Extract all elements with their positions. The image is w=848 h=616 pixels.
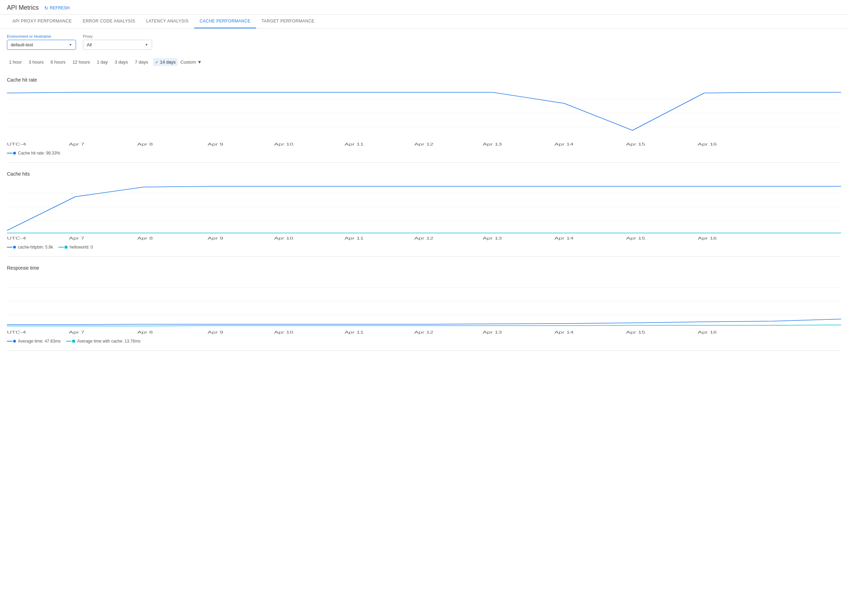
response-time-xaxis: UTC-4 Apr 7 Apr 8 Apr 9 Apr 10 Apr 11 Ap… xyxy=(7,329,841,335)
svg-text:Apr 11: Apr 11 xyxy=(344,236,364,240)
svg-text:Apr 11: Apr 11 xyxy=(344,331,364,334)
svg-text:Apr 13: Apr 13 xyxy=(483,236,502,240)
svg-text:Apr 14: Apr 14 xyxy=(554,331,574,334)
legend-dot-icon xyxy=(13,152,16,154)
tab-latency[interactable]: LATENCY ANALYSIS xyxy=(141,15,194,28)
proxy-select[interactable]: All ▼ xyxy=(83,40,152,50)
time-1day[interactable]: 1 day xyxy=(95,58,110,66)
tab-target[interactable]: TARGET PERFORMANCE xyxy=(256,15,320,28)
time-range-bar: 1 hour 3 hours 6 hours 12 hours 1 day 3 … xyxy=(0,55,848,71)
legend-cache-httpbin: cache-httpbin: 5.8k xyxy=(7,245,53,249)
environment-value: default-test xyxy=(11,42,33,47)
legend-avg-dot-icon xyxy=(13,340,16,343)
legend-avg-time: Average time: 47.83ms xyxy=(7,339,61,344)
environment-label: Environment or Hostname xyxy=(7,34,76,39)
proxy-filter: Proxy All ▼ xyxy=(83,34,152,50)
svg-text:Apr 12: Apr 12 xyxy=(414,331,434,334)
cache-httpbin-label: cache-httpbin: 5.8k xyxy=(18,245,53,249)
legend-avg-line-icon xyxy=(7,341,12,341)
legend-cache-line-icon xyxy=(66,341,71,341)
proxy-value: All xyxy=(87,42,92,47)
time-14days[interactable]: ✓ 14 days xyxy=(153,58,178,66)
legend-cache-square-icon xyxy=(72,340,75,343)
environment-select[interactable]: default-test ▼ xyxy=(7,40,76,50)
tab-cache-performance[interactable]: CACHE PERFORMANCE xyxy=(194,15,256,28)
response-time-section: Response time UTC-4 Apr 7 Apr 8 Apr 9 Ap… xyxy=(7,260,841,351)
tabs-bar: API PROXY PERFORMANCE ERROR CODE ANALYSI… xyxy=(0,15,848,29)
svg-text:Apr 13: Apr 13 xyxy=(483,331,502,334)
environment-filter: Environment or Hostname default-test ▼ xyxy=(7,34,76,50)
svg-text:Apr 9: Apr 9 xyxy=(208,331,223,334)
avg-time-label: Average time: 47.83ms xyxy=(18,339,61,344)
svg-text:Apr 12: Apr 12 xyxy=(414,236,434,240)
svg-text:Apr 9: Apr 9 xyxy=(208,236,223,240)
legend-teal-line-icon xyxy=(58,247,64,248)
custom-time-button[interactable]: Custom ▼ xyxy=(180,59,202,65)
svg-text:UTC-4: UTC-4 xyxy=(7,236,26,240)
svg-text:Apr 15: Apr 15 xyxy=(626,236,645,240)
svg-text:Apr 7: Apr 7 xyxy=(69,331,85,334)
avg-time-cache-label: Average time with cache: 13.76ms xyxy=(77,339,140,344)
svg-text:Apr 16: Apr 16 xyxy=(698,236,717,240)
svg-text:Apr 8: Apr 8 xyxy=(137,142,153,146)
legend-blue-line-icon xyxy=(7,247,12,248)
svg-text:Apr 15: Apr 15 xyxy=(626,331,645,334)
svg-text:UTC-4: UTC-4 xyxy=(7,142,26,146)
refresh-label: REFRESH xyxy=(50,6,70,10)
svg-text:Apr 7: Apr 7 xyxy=(69,142,85,146)
svg-text:Apr 12: Apr 12 xyxy=(414,142,434,146)
svg-text:Apr 10: Apr 10 xyxy=(274,142,294,146)
custom-chevron-icon: ▼ xyxy=(197,59,202,65)
helloworld-label: helloworld: 0 xyxy=(70,245,93,249)
legend-avg-time-cache: Average time with cache: 13.76ms xyxy=(66,339,140,344)
cache-hits-section: Cache hits UTC-4 Apr 7 Apr 8 Apr 9 Apr 1… xyxy=(7,166,841,257)
legend-helloworld: helloworld: 0 xyxy=(58,245,93,249)
legend-cache-hit-rate: Cache hit rate: 99.33% xyxy=(7,151,60,156)
time-14days-label: 14 days xyxy=(160,59,176,65)
tab-error-code[interactable]: ERROR CODE ANALYSIS xyxy=(77,15,141,28)
svg-text:Apr 8: Apr 8 xyxy=(137,331,153,334)
filters-bar: Environment or Hostname default-test ▼ P… xyxy=(0,29,848,55)
cache-hits-chart xyxy=(7,180,841,235)
svg-text:Apr 7: Apr 7 xyxy=(69,236,85,240)
proxy-label: Proxy xyxy=(83,34,152,39)
check-icon: ✓ xyxy=(155,60,159,65)
time-3days[interactable]: 3 days xyxy=(113,58,130,66)
cache-hit-rate-xaxis: UTC-4 Apr 7 Apr 8 Apr 9 Apr 10 Apr 11 Ap… xyxy=(7,141,841,148)
svg-text:Apr 10: Apr 10 xyxy=(274,331,294,334)
svg-text:Apr 16: Apr 16 xyxy=(698,331,717,334)
tab-api-proxy[interactable]: API PROXY PERFORMANCE xyxy=(7,15,77,28)
cache-hit-rate-chart xyxy=(7,85,841,141)
response-time-chart xyxy=(7,273,841,329)
time-3hours[interactable]: 3 hours xyxy=(27,58,46,66)
custom-label: Custom xyxy=(180,59,196,65)
svg-text:Apr 16: Apr 16 xyxy=(698,142,717,146)
svg-text:Apr 14: Apr 14 xyxy=(554,142,574,146)
svg-text:Apr 11: Apr 11 xyxy=(344,142,364,146)
time-6hours[interactable]: 6 hours xyxy=(48,58,67,66)
response-time-title: Response time xyxy=(7,260,841,273)
cache-hits-xaxis: UTC-4 Apr 7 Apr 8 Apr 9 Apr 10 Apr 11 Ap… xyxy=(7,235,841,242)
page-title: API Metrics xyxy=(7,4,39,11)
refresh-icon: ↻ xyxy=(44,5,48,11)
header: API Metrics ↻ REFRESH xyxy=(0,0,848,15)
cache-hit-rate-title: Cache hit rate xyxy=(7,71,841,85)
svg-text:Apr 10: Apr 10 xyxy=(274,236,294,240)
cache-hits-title: Cache hits xyxy=(7,166,841,180)
proxy-chevron-icon: ▼ xyxy=(145,43,148,47)
svg-text:Apr 14: Apr 14 xyxy=(554,236,574,240)
cache-hit-rate-section: Cache hit rate UTC-4 Apr 7 Apr 8 Apr 9 A… xyxy=(7,71,841,163)
time-1hour[interactable]: 1 hour xyxy=(7,58,24,66)
legend-blue-dot-icon xyxy=(13,246,16,249)
charts-container: Cache hit rate UTC-4 Apr 7 Apr 8 Apr 9 A… xyxy=(0,71,848,351)
time-7days[interactable]: 7 days xyxy=(133,58,150,66)
svg-text:Apr 15: Apr 15 xyxy=(626,142,645,146)
svg-text:UTC-4: UTC-4 xyxy=(7,331,26,334)
legend-line-icon xyxy=(7,153,12,153)
refresh-button[interactable]: ↻ REFRESH xyxy=(44,5,70,11)
response-time-legend: Average time: 47.83ms Average time with … xyxy=(7,337,841,345)
svg-text:Apr 9: Apr 9 xyxy=(208,142,223,146)
time-12hours[interactable]: 12 hours xyxy=(71,58,92,66)
cache-hits-legend: cache-httpbin: 5.8k helloworld: 0 xyxy=(7,243,841,251)
environment-chevron-icon: ▼ xyxy=(69,43,72,47)
